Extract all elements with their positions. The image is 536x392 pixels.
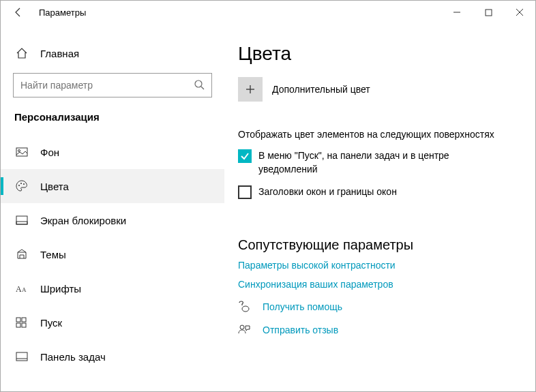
search-icon — [194, 79, 205, 92]
maximize-button[interactable] — [473, 1, 504, 24]
search-input[interactable] — [20, 80, 194, 91]
home-nav[interactable]: Главная — [1, 43, 224, 69]
sidebar-item-label: Панель задач — [40, 351, 106, 363]
svg-rect-10 — [16, 222, 27, 224]
section-title: Персонализация — [1, 110, 224, 135]
related-heading: Сопутствующие параметры — [238, 237, 515, 253]
sidebar-item-background[interactable]: Фон — [1, 135, 224, 169]
sidebar-item-taskbar[interactable]: Панель задач — [1, 340, 224, 374]
get-help-row[interactable]: Получить помощь — [238, 301, 515, 313]
sidebar-item-fonts[interactable]: AA Шрифты — [1, 271, 224, 305]
start-icon — [16, 317, 31, 328]
window-title: Параметры — [39, 7, 86, 18]
sidebar-item-label: Шрифты — [40, 283, 81, 295]
sidebar-item-label: Пуск — [40, 317, 62, 329]
sidebar-item-label: Темы — [40, 249, 66, 260]
themes-icon — [16, 248, 31, 260]
sidebar-item-label: Экран блокировки — [40, 215, 126, 226]
feedback-icon — [238, 324, 253, 336]
checkbox-label: Заголовки окон и границы окон — [258, 185, 397, 199]
lockscreen-icon — [16, 215, 31, 225]
sidebar-item-label: Фон — [40, 147, 59, 158]
svg-point-5 — [18, 150, 20, 152]
palette-icon — [16, 180, 31, 192]
taskbar-icon — [16, 352, 31, 361]
add-color-label: Дополнительный цвет — [272, 84, 370, 95]
checkbox-icon[interactable] — [238, 185, 252, 199]
svg-point-2 — [195, 80, 202, 87]
checkbox-label: В меню "Пуск", на панели задач и в центр… — [258, 149, 511, 176]
sidebar-item-lockscreen[interactable]: Экран блокировки — [1, 203, 224, 237]
home-icon — [16, 47, 31, 59]
svg-text:A: A — [16, 284, 22, 293]
link-high-contrast[interactable]: Параметры высокой контрастности — [238, 260, 515, 271]
surfaces-label: Отображать цвет элементов на следующих п… — [238, 129, 515, 140]
svg-rect-17 — [16, 352, 27, 361]
svg-rect-13 — [16, 318, 20, 322]
fonts-icon: AA — [16, 284, 31, 293]
feedback-row[interactable]: Отправить отзыв — [238, 324, 515, 336]
help-icon — [238, 301, 253, 313]
content: Цвета Дополнительный цвет Отображать цве… — [224, 24, 535, 392]
home-label: Главная — [40, 48, 79, 59]
svg-rect-14 — [22, 318, 26, 322]
get-help-label: Получить помощь — [263, 301, 342, 312]
page-heading: Цвета — [238, 43, 515, 65]
sidebar-item-colors[interactable]: Цвета — [1, 169, 224, 203]
titlebar: Параметры — [1, 1, 535, 24]
picture-icon — [16, 147, 31, 157]
feedback-label: Отправить отзыв — [263, 325, 338, 335]
checkbox-icon[interactable] — [238, 149, 252, 163]
svg-point-7 — [20, 183, 22, 184]
minimize-button[interactable] — [441, 1, 473, 24]
sidebar-item-themes[interactable]: Темы — [1, 237, 224, 271]
sidebar-item-label: Цвета — [40, 181, 69, 192]
plus-icon — [245, 84, 256, 95]
svg-point-22 — [240, 325, 244, 329]
svg-rect-15 — [16, 323, 20, 327]
checkbox-titlebars[interactable]: Заголовки окон и границы окон — [238, 185, 511, 199]
svg-rect-1 — [486, 10, 492, 16]
back-button[interactable] — [8, 1, 29, 23]
svg-rect-16 — [22, 323, 26, 327]
svg-point-6 — [18, 185, 20, 186]
close-button[interactable] — [504, 1, 535, 24]
link-sync-settings[interactable]: Синхронизация ваших параметров — [238, 279, 515, 290]
search-box[interactable] — [13, 73, 212, 97]
svg-point-21 — [242, 306, 249, 312]
add-color-row[interactable]: Дополнительный цвет — [238, 77, 515, 102]
sidebar-item-start[interactable]: Пуск — [1, 305, 224, 340]
sidebar: Главная Персонализация Фон Цвета Экран — [1, 24, 224, 392]
svg-rect-9 — [16, 216, 27, 224]
svg-text:A: A — [22, 286, 27, 293]
svg-point-8 — [23, 183, 25, 185]
add-color-button[interactable] — [238, 77, 263, 102]
svg-line-3 — [201, 87, 204, 89]
checkbox-start-taskbar[interactable]: В меню "Пуск", на панели задач и в центр… — [238, 149, 511, 176]
